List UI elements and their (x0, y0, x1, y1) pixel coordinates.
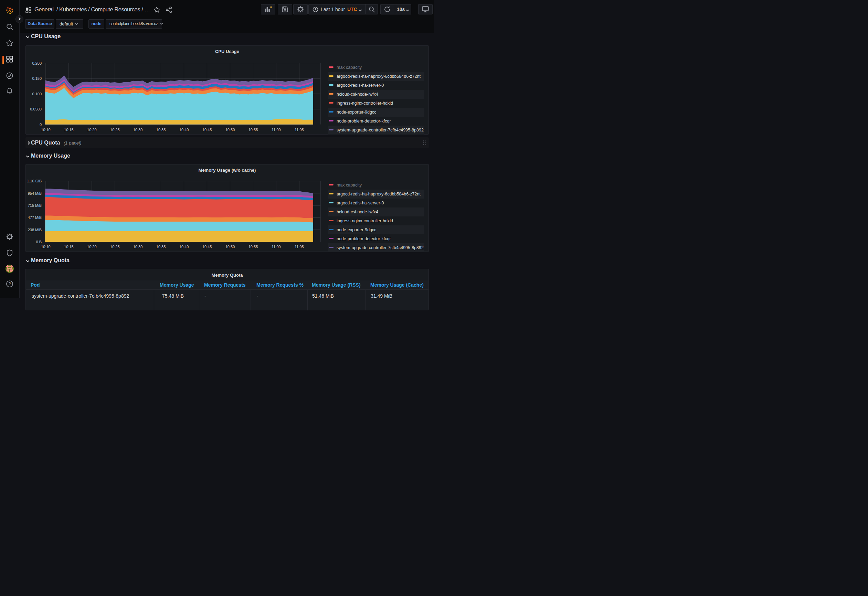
svg-text:?: ? (8, 282, 11, 286)
